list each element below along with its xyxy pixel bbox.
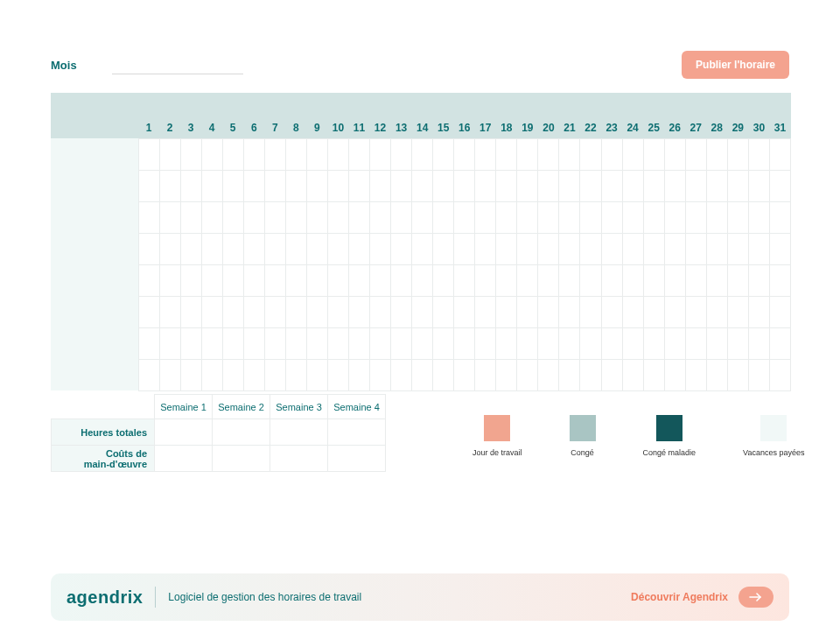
schedule-cell[interactable] <box>285 264 306 296</box>
schedule-cell[interactable] <box>517 327 538 359</box>
schedule-cell[interactable] <box>159 201 180 233</box>
schedule-cell[interactable] <box>496 327 517 359</box>
schedule-cell[interactable] <box>748 201 769 233</box>
schedule-cell[interactable] <box>517 170 538 201</box>
schedule-cell[interactable] <box>327 296 348 327</box>
schedule-cell[interactable] <box>685 170 706 201</box>
schedule-cell[interactable] <box>306 201 327 233</box>
schedule-cell[interactable] <box>727 233 748 264</box>
schedule-cell[interactable] <box>685 327 706 359</box>
schedule-cell[interactable] <box>243 359 264 390</box>
schedule-cell[interactable] <box>664 264 685 296</box>
schedule-cell[interactable] <box>433 264 454 296</box>
schedule-cell[interactable] <box>264 138 285 170</box>
schedule-cell[interactable] <box>264 327 285 359</box>
schedule-cell[interactable] <box>706 327 727 359</box>
schedule-cell[interactable] <box>391 264 412 296</box>
schedule-cell[interactable] <box>180 359 201 390</box>
discover-link[interactable]: Découvrir Agendrix <box>631 591 728 603</box>
schedule-cell[interactable] <box>306 170 327 201</box>
schedule-cell[interactable] <box>748 138 769 170</box>
schedule-cell[interactable] <box>706 264 727 296</box>
schedule-cell[interactable] <box>454 233 475 264</box>
schedule-cell[interactable] <box>769 170 790 201</box>
summary-cell[interactable] <box>155 446 213 472</box>
schedule-cell[interactable] <box>706 201 727 233</box>
schedule-cell[interactable] <box>243 264 264 296</box>
schedule-cell[interactable] <box>201 327 222 359</box>
schedule-cell[interactable] <box>222 296 243 327</box>
schedule-cell[interactable] <box>222 170 243 201</box>
schedule-cell[interactable] <box>643 327 664 359</box>
schedule-cell[interactable] <box>306 264 327 296</box>
schedule-cell[interactable] <box>327 138 348 170</box>
schedule-cell[interactable] <box>559 327 580 359</box>
schedule-cell[interactable] <box>685 233 706 264</box>
schedule-cell[interactable] <box>748 359 769 390</box>
schedule-cell[interactable] <box>138 296 159 327</box>
schedule-cell[interactable] <box>180 264 201 296</box>
schedule-cell[interactable] <box>517 201 538 233</box>
schedule-cell[interactable] <box>412 201 433 233</box>
schedule-cell[interactable] <box>159 296 180 327</box>
schedule-cell[interactable] <box>412 359 433 390</box>
schedule-cell[interactable] <box>138 264 159 296</box>
schedule-cell[interactable] <box>538 233 559 264</box>
schedule-cell[interactable] <box>327 233 348 264</box>
schedule-cell[interactable] <box>370 264 391 296</box>
schedule-cell[interactable] <box>264 170 285 201</box>
schedule-cell[interactable] <box>264 296 285 327</box>
schedule-cell[interactable] <box>433 327 454 359</box>
employee-row-label[interactable] <box>51 327 138 359</box>
schedule-cell[interactable] <box>201 359 222 390</box>
schedule-cell[interactable] <box>285 233 306 264</box>
schedule-cell[interactable] <box>370 359 391 390</box>
schedule-cell[interactable] <box>306 296 327 327</box>
schedule-cell[interactable] <box>327 264 348 296</box>
schedule-cell[interactable] <box>622 170 643 201</box>
schedule-cell[interactable] <box>664 201 685 233</box>
schedule-cell[interactable] <box>264 201 285 233</box>
schedule-cell[interactable] <box>559 201 580 233</box>
schedule-cell[interactable] <box>201 201 222 233</box>
schedule-cell[interactable] <box>727 138 748 170</box>
schedule-cell[interactable] <box>180 233 201 264</box>
schedule-cell[interactable] <box>180 138 201 170</box>
schedule-cell[interactable] <box>433 201 454 233</box>
schedule-cell[interactable] <box>580 327 601 359</box>
schedule-cell[interactable] <box>370 201 391 233</box>
schedule-cell[interactable] <box>159 359 180 390</box>
schedule-cell[interactable] <box>601 359 622 390</box>
schedule-cell[interactable] <box>138 233 159 264</box>
schedule-cell[interactable] <box>454 170 475 201</box>
schedule-cell[interactable] <box>391 138 412 170</box>
schedule-cell[interactable] <box>559 359 580 390</box>
schedule-cell[interactable] <box>769 327 790 359</box>
schedule-cell[interactable] <box>559 264 580 296</box>
schedule-cell[interactable] <box>138 138 159 170</box>
schedule-cell[interactable] <box>222 201 243 233</box>
schedule-cell[interactable] <box>769 233 790 264</box>
schedule-cell[interactable] <box>559 138 580 170</box>
schedule-cell[interactable] <box>727 201 748 233</box>
schedule-cell[interactable] <box>664 170 685 201</box>
schedule-cell[interactable] <box>559 170 580 201</box>
schedule-cell[interactable] <box>327 201 348 233</box>
schedule-cell[interactable] <box>685 296 706 327</box>
schedule-cell[interactable] <box>159 138 180 170</box>
schedule-cell[interactable] <box>243 233 264 264</box>
schedule-cell[interactable] <box>285 201 306 233</box>
schedule-cell[interactable] <box>264 233 285 264</box>
schedule-cell[interactable] <box>580 359 601 390</box>
month-input[interactable] <box>112 55 243 74</box>
schedule-cell[interactable] <box>748 264 769 296</box>
schedule-cell[interactable] <box>538 138 559 170</box>
schedule-cell[interactable] <box>643 170 664 201</box>
schedule-cell[interactable] <box>685 201 706 233</box>
schedule-cell[interactable] <box>475 264 496 296</box>
schedule-cell[interactable] <box>622 296 643 327</box>
schedule-cell[interactable] <box>138 359 159 390</box>
schedule-cell[interactable] <box>285 359 306 390</box>
schedule-cell[interactable] <box>664 359 685 390</box>
employee-row-label[interactable] <box>51 201 138 233</box>
